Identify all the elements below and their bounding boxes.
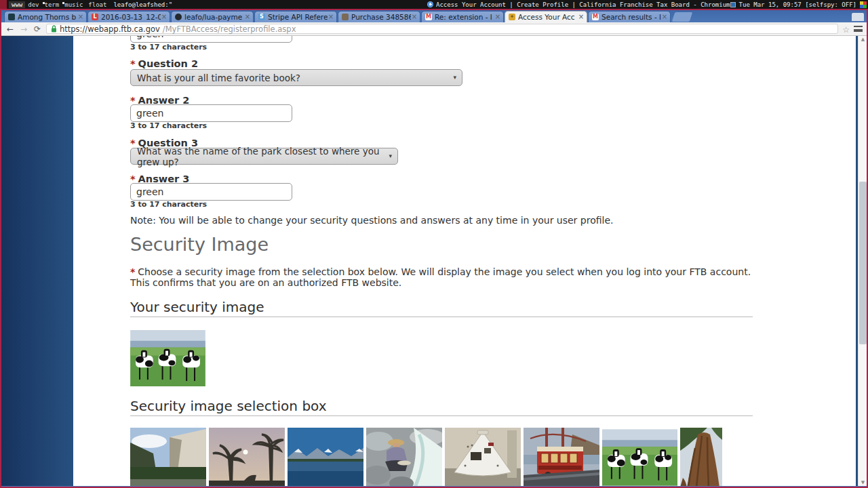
answer1-input[interactable] [130, 36, 292, 43]
workspace-www[interactable]: www [9, 1, 25, 8]
window-title: Access Your Account | Create Profile | C… [427, 0, 730, 9]
divider [130, 415, 753, 416]
address-bar[interactable]: https://webapp.ftb.ca.gov/MyFTBAccess/re… [46, 24, 838, 34]
tab-screenshot[interactable]: L 2016-03-13_12-0 [87, 11, 170, 22]
new-tab-button[interactable] [672, 12, 693, 22]
system-tray: Tue Mar 15, 09:57 [selfspy: OFF] [730, 0, 867, 9]
screen: www dev term music float leafo@leafshed:… [0, 0, 868, 488]
bandcamp-icon [8, 14, 15, 20]
your-security-image-heading: Your security image [130, 299, 264, 315]
answer1-hint: 3 to 17 characters [130, 43, 207, 52]
receipt-icon [342, 14, 349, 20]
tab-bar: Among Thorns b L 2016-03-13_12-0 leafo/l… [1, 10, 867, 22]
chromium-icon [427, 1, 433, 7]
chevron-down-icon [389, 152, 392, 159]
page-viewport: 3 to 17 characters *Question 2 What is y… [1, 36, 867, 486]
tray-grid-icon[interactable] [860, 1, 867, 8]
ftb-icon: ✦ [509, 14, 515, 20]
workspace-accent [0, 0, 7, 9]
stripe-icon: S [258, 14, 265, 20]
security-image-selection-box [130, 428, 722, 486]
answer3-input[interactable] [130, 183, 292, 201]
question3-select[interactable]: What was the name of the park closest to… [130, 148, 398, 165]
tab-close-icon[interactable] [244, 14, 251, 20]
workspace-music[interactable]: music [62, 1, 85, 8]
content-container: 3 to 17 characters *Question 2 What is y… [73, 36, 856, 486]
security-image-heading: Security Image [130, 234, 269, 255]
gmail-icon: M [592, 14, 599, 20]
forward-button [19, 25, 28, 33]
url-host: https://webapp.ftb.ca.gov [60, 24, 160, 34]
thumb-cows[interactable] [602, 428, 677, 486]
thumb-space-capsule[interactable] [445, 428, 521, 486]
window-control-button[interactable] [852, 13, 864, 21]
tray-icon[interactable] [730, 2, 736, 7]
tab-stripe[interactable]: S Stripe API Refere [254, 11, 337, 22]
workspace-term[interactable]: term [42, 1, 62, 8]
host-label: leafo@leafshed:" [109, 1, 176, 8]
github-icon [175, 14, 182, 20]
thumb-gold-panner[interactable] [366, 428, 442, 486]
scrollbar-thumb[interactable] [859, 182, 867, 344]
tab-close-icon[interactable] [661, 14, 668, 20]
tab-ftb-active[interactable]: ✦ Access Your Acc [505, 11, 587, 22]
question2-label: *Question 2 [130, 58, 198, 69]
url-path: /MyFTBAccess/registerprofile.aspx [163, 24, 296, 34]
menu-icon[interactable] [854, 26, 863, 32]
browser-toolbar: https://webapp.ftb.ca.gov/MyFTBAccess/re… [1, 22, 867, 36]
reload-button[interactable] [33, 25, 42, 33]
tab-purchase[interactable]: Purchase 348586 [338, 11, 420, 22]
scrollbar[interactable] [858, 36, 867, 486]
thumb-cable-car[interactable] [524, 428, 599, 486]
answer2-hint: 3 to 17 characters [130, 121, 207, 130]
back-button[interactable] [5, 25, 15, 33]
gmail-icon: M [425, 14, 432, 20]
window-title-text: Access Your Account | Create Profile | C… [436, 1, 730, 8]
workspace-float[interactable]: float [85, 1, 109, 8]
https-lock-icon [51, 25, 57, 33]
scroll-up-icon[interactable] [859, 37, 867, 42]
tab-close-icon[interactable] [161, 14, 167, 20]
tab-close-icon[interactable] [411, 14, 418, 20]
selection-box-heading: Security image selection box [130, 398, 327, 414]
chevron-down-icon [453, 74, 456, 81]
thumb-redwood[interactable] [680, 428, 722, 486]
tab-gmail-search[interactable]: M Search results - l [588, 11, 671, 22]
scroll-down-icon[interactable] [859, 480, 867, 485]
change-note: Note: You will be able to change your se… [130, 215, 614, 226]
tab-among-thorns[interactable]: Among Thorns b [4, 11, 87, 22]
thumb-mountain-lake[interactable] [288, 428, 363, 486]
clock-text: Tue Mar 15, 09:57 [selfspy: OFF] [739, 1, 856, 8]
tab-close-icon[interactable] [494, 14, 501, 20]
security-image-description: *Choose a security image from the select… [130, 267, 753, 288]
current-security-image [130, 330, 205, 386]
tab-close-icon[interactable] [328, 14, 334, 20]
chromium-window: Among Thorns b L 2016-03-13_12-0 leafo/l… [0, 9, 868, 488]
tab-github[interactable]: leafo/lua-payme [171, 11, 254, 22]
answer3-hint: 3 to 17 characters [130, 200, 207, 209]
answer2-input[interactable] [130, 104, 292, 122]
workspace-dev[interactable]: dev [25, 1, 41, 8]
question2-select[interactable]: What is your all time favorite book? [130, 69, 462, 86]
thumb-yosemite[interactable] [130, 428, 206, 486]
tab-gmail-extension[interactable]: M Re: extension - l [421, 11, 504, 22]
tab-close-icon[interactable] [578, 14, 585, 20]
bookmark-star-icon[interactable] [842, 22, 850, 35]
tab-close-icon[interactable] [77, 14, 84, 20]
divider [130, 317, 753, 317]
thumb-palms[interactable] [209, 428, 285, 486]
system-status-bar: www dev term music float leafo@leafshed:… [0, 0, 868, 9]
lightshot-icon: L [92, 14, 98, 20]
